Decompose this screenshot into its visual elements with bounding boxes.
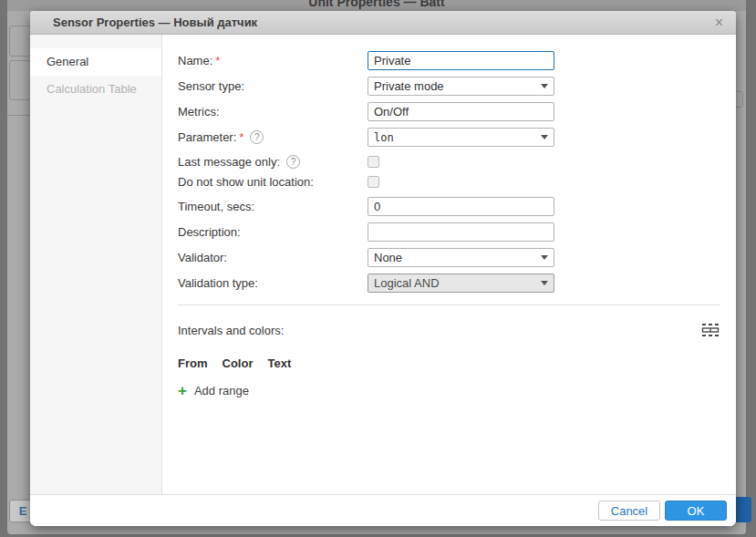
validation-type-label: Validation type: xyxy=(178,276,258,290)
validator-dropdown[interactable]: None xyxy=(368,248,554,267)
help-icon[interactable]: ? xyxy=(250,130,264,144)
required-asterisk: * xyxy=(239,130,243,144)
description-input[interactable] xyxy=(368,222,554,242)
column-header-text: Text xyxy=(267,356,291,370)
form-content: Name: * Sensor type: Private mode xyxy=(162,35,736,494)
validator-value: None xyxy=(374,251,541,264)
name-label: Name: xyxy=(178,54,212,67)
do-not-show-unit-location-checkbox[interactable] xyxy=(368,176,379,188)
metrics-input[interactable] xyxy=(368,102,554,121)
parameter-dropdown[interactable]: lon xyxy=(368,128,554,147)
background-ui-fragment xyxy=(7,115,31,116)
background-window-titlebar: Unit Properties — Batt × xyxy=(7,0,746,11)
dropdown-arrow-icon xyxy=(541,84,548,88)
sensor-type-label: Sensor type: xyxy=(178,79,244,93)
dialog-titlebar: Sensor Properties — Новый датчик × xyxy=(30,11,736,35)
section-divider xyxy=(178,305,720,305)
sensor-type-value: Private mode xyxy=(374,79,541,93)
background-ui-fragment xyxy=(9,26,31,57)
dropdown-arrow-icon xyxy=(541,255,548,260)
tab-general[interactable]: General xyxy=(30,48,161,76)
timeout-input[interactable] xyxy=(368,197,554,216)
field-row-do-not-show-unit-location: Do not show unit location: xyxy=(178,175,720,189)
name-input[interactable] xyxy=(368,51,554,70)
background-close-icon: × xyxy=(734,7,741,11)
intervals-column-headers: From Color Text xyxy=(178,356,720,370)
validation-type-dropdown: Logical AND xyxy=(368,274,554,293)
add-range-label: Add range xyxy=(194,384,249,398)
field-row-name: Name: * xyxy=(178,51,720,70)
required-asterisk: * xyxy=(215,54,220,67)
metrics-label: Metrics: xyxy=(178,105,220,119)
dialog-body: General Calculation Table Name: * Sensor… xyxy=(30,35,736,526)
ok-button[interactable]: OK xyxy=(665,501,727,521)
dropdown-arrow-icon xyxy=(541,135,548,139)
timeout-label: Timeout, secs: xyxy=(178,200,254,213)
field-row-validator: Validator: None xyxy=(178,248,720,267)
field-row-metrics: Metrics: xyxy=(178,102,720,121)
description-label: Description: xyxy=(178,225,241,239)
close-icon[interactable]: × xyxy=(713,15,725,30)
field-row-parameter: Parameter: * ? lon xyxy=(178,128,720,147)
sidebar: General Calculation Table xyxy=(30,35,162,494)
parameter-label: Parameter: xyxy=(178,130,236,144)
parameter-value: lon xyxy=(374,131,541,144)
field-row-sensor-type: Sensor type: Private mode xyxy=(178,77,720,96)
intervals-and-colors-label: Intervals and colors: xyxy=(178,324,701,337)
dialog-title: Sensor Properties — Новый датчик xyxy=(53,15,713,29)
field-row-last-message-only: Last message only: ? xyxy=(178,155,720,169)
plus-icon: + xyxy=(178,385,187,397)
intervals-section-header: Intervals and colors: xyxy=(178,323,720,337)
column-header-from: From xyxy=(178,356,208,370)
background-ui-fragment xyxy=(9,60,31,100)
dialog-footer: Cancel OK xyxy=(30,494,736,526)
sensor-properties-dialog: Sensor Properties — Новый датчик × Gener… xyxy=(30,11,736,526)
tab-calculation-table[interactable]: Calculation Table xyxy=(30,76,161,103)
dropdown-arrow-icon xyxy=(541,281,548,285)
column-header-color: Color xyxy=(223,356,254,370)
validator-label: Validator: xyxy=(178,251,227,264)
cancel-button[interactable]: Cancel xyxy=(598,501,660,521)
intervals-table-icon[interactable] xyxy=(701,323,720,337)
add-range-button[interactable]: + Add range xyxy=(178,384,249,398)
field-row-timeout: Timeout, secs: xyxy=(178,197,720,216)
do-not-show-unit-location-label: Do not show unit location: xyxy=(178,175,314,189)
sensor-type-dropdown[interactable]: Private mode xyxy=(368,77,554,96)
background-window-title: Unit Properties — Batt xyxy=(308,0,444,9)
last-message-only-label: Last message only: xyxy=(178,155,280,169)
screen: Unit Properties — Batt × E Sensor Proper… xyxy=(0,0,756,537)
help-icon[interactable]: ? xyxy=(286,155,300,169)
field-row-description: Description: xyxy=(178,222,720,242)
field-row-validation-type: Validation type: Logical AND xyxy=(178,274,720,293)
last-message-only-checkbox[interactable] xyxy=(368,156,379,168)
validation-type-value: Logical AND xyxy=(374,276,541,290)
